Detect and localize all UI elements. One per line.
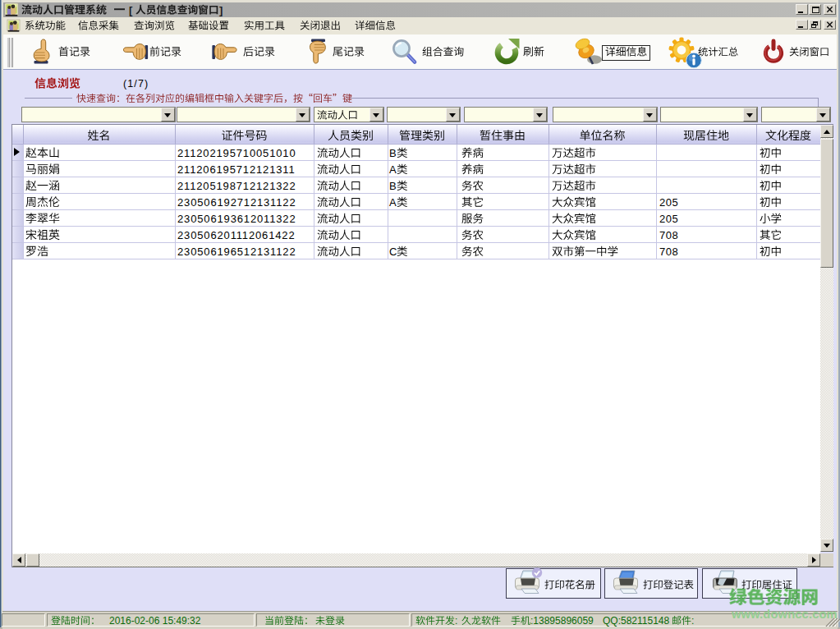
svg-text:[: [: [129, 4, 133, 16]
svg-text::: :: [455, 615, 457, 627]
svg-text:2016-02-06 15:49:32: 2016-02-06 15:49:32: [109, 615, 201, 627]
svg-text:708: 708: [659, 229, 678, 241]
svg-text::: :: [691, 615, 694, 627]
svg-text:]: ]: [219, 4, 223, 16]
svg-text:230506201112061422: 230506201112061422: [177, 229, 296, 241]
svg-text:211205198712121322: 211205198712121322: [177, 180, 296, 192]
svg-text:B: B: [389, 147, 397, 159]
svg-text:205: 205: [659, 213, 678, 225]
svg-text:B: B: [389, 180, 397, 192]
svg-text:QQ:582115148: QQ:582115148: [603, 615, 670, 627]
svg-text:230506196512131122: 230506196512131122: [177, 246, 296, 258]
svg-text::13895896059: :13895896059: [530, 615, 594, 627]
svg-text:www.downcc.com: www.downcc.com: [731, 608, 838, 621]
svg-text:230506192712131122: 230506192712131122: [177, 196, 296, 209]
svg-text:211206195712121311: 211206195712121311: [177, 163, 296, 176]
svg-text:205: 205: [659, 196, 678, 209]
svg-text:708: 708: [659, 246, 678, 258]
svg-text:230506193612011322: 230506193612011322: [177, 213, 296, 225]
svg-text:(1/7): (1/7): [123, 78, 149, 90]
svg-text:A: A: [389, 196, 397, 209]
svg-text:C: C: [389, 246, 397, 258]
svg-text:211202195710051010: 211202195710051010: [177, 147, 296, 159]
svg-text:A: A: [389, 163, 397, 176]
